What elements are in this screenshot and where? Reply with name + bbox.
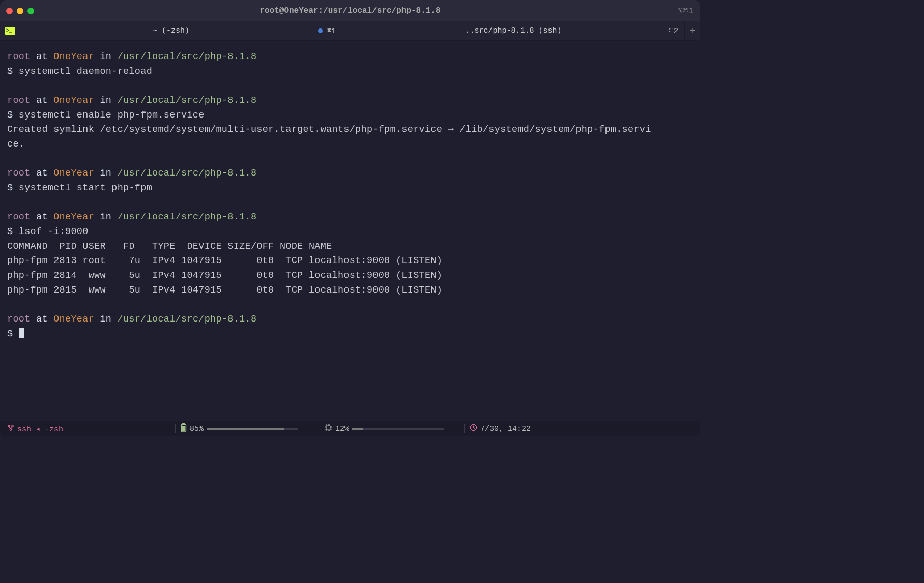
titlebar-shortcut-hint: ⌥⌘1 xyxy=(678,6,694,16)
command-output: Created symlink /etc/systemd/system/mult… xyxy=(7,124,651,150)
status-clock-text: 7/30, 14:22 xyxy=(480,425,531,433)
network-icon xyxy=(7,424,14,434)
prompt-user: root xyxy=(7,212,31,222)
prompt-symbol: $ xyxy=(7,226,19,237)
prompt-in: in xyxy=(94,314,118,325)
prompt-path: /usr/local/src/php-8.1.8 xyxy=(118,212,257,222)
prompt-host: OneYear xyxy=(53,95,94,106)
svg-point-1 xyxy=(12,425,14,427)
status-battery-text: 85% xyxy=(190,425,204,433)
status-clock: 7/30, 14:22 xyxy=(470,424,531,434)
tab-2-label: ..src/php-8.1.8 (ssh) xyxy=(465,26,561,35)
divider xyxy=(319,424,319,433)
window-title: root@OneYear:/usr/local/src/php-8.1.8 xyxy=(259,6,440,15)
status-cpu: 12% xyxy=(324,424,444,434)
prompt-at: at xyxy=(31,212,54,222)
svg-rect-6 xyxy=(326,426,330,430)
status-battery: 85% xyxy=(181,423,298,435)
tab-1-shortcut: ⌘1 xyxy=(327,26,336,36)
tab-1-label: ~ (-zsh) xyxy=(153,26,189,35)
traffic-lights xyxy=(6,8,34,14)
tab-2[interactable]: ..src/php-8.1.8 (ssh) ⌘2 xyxy=(342,21,685,40)
svg-rect-5 xyxy=(182,426,186,431)
divider xyxy=(464,424,465,433)
svg-point-2 xyxy=(10,428,12,430)
command-text: systemctl daemon-reload xyxy=(19,66,152,77)
status-session: ssh ◂ -zsh xyxy=(7,424,63,434)
command-text: lsof -i:9000 xyxy=(19,226,89,237)
prompt-user: root xyxy=(7,314,31,325)
svg-point-0 xyxy=(8,425,10,427)
prompt-path: /usr/local/src/php-8.1.8 xyxy=(118,168,257,179)
prompt-path: /usr/local/src/php-8.1.8 xyxy=(118,51,257,62)
clock-icon xyxy=(470,424,477,434)
divider xyxy=(175,424,176,433)
prompt-host: OneYear xyxy=(53,314,94,325)
activity-dot-icon xyxy=(318,28,323,33)
terminal-icon: >_ xyxy=(5,27,15,35)
prompt-symbol: $ xyxy=(7,329,19,339)
prompt-symbol: $ xyxy=(7,110,19,121)
battery-icon xyxy=(181,423,187,435)
prompt-symbol: $ xyxy=(7,183,19,193)
prompt-symbol: $ xyxy=(7,66,19,77)
add-tab-button[interactable]: + xyxy=(685,21,700,40)
battery-bar xyxy=(207,428,298,430)
prompt-in: in xyxy=(94,168,118,179)
command-text: systemctl enable php-fpm.service xyxy=(19,110,205,121)
prompt-user: root xyxy=(7,95,31,106)
cpu-fill xyxy=(352,428,363,430)
cpu-bar xyxy=(352,428,444,430)
command-text: systemctl start php-fpm xyxy=(19,183,152,193)
prompt-user: root xyxy=(7,168,31,179)
prompt-at: at xyxy=(31,314,54,325)
prompt-in: in xyxy=(94,95,118,106)
zoom-button[interactable] xyxy=(27,8,34,14)
prompt-host: OneYear xyxy=(53,168,94,179)
prompt-in: in xyxy=(94,212,118,222)
prompt-path: /usr/local/src/php-8.1.8 xyxy=(118,314,257,325)
titlebar: root@OneYear:/usr/local/src/php-8.1.8 ⌥⌘… xyxy=(0,0,700,21)
prompt-user: root xyxy=(7,51,31,62)
prompt-host: OneYear xyxy=(53,51,94,62)
statusbar: ssh ◂ -zsh 85% 12% xyxy=(0,421,700,436)
prompt-path: /usr/local/src/php-8.1.8 xyxy=(118,95,257,106)
prompt-host: OneYear xyxy=(53,212,94,222)
svg-rect-4 xyxy=(183,423,185,424)
terminal-output[interactable]: root at OneYear in /usr/local/src/php-8.… xyxy=(0,41,700,351)
minimize-button[interactable] xyxy=(17,8,23,14)
tabbar: >_ ~ (-zsh) ⌘1 ..src/php-8.1.8 (ssh) ⌘2 … xyxy=(0,21,700,41)
tab-1[interactable]: >_ ~ (-zsh) ⌘1 xyxy=(0,21,342,40)
status-session-text: ssh ◂ -zsh xyxy=(17,424,63,434)
prompt-at: at xyxy=(31,51,54,62)
tab-2-shortcut: ⌘2 xyxy=(669,26,678,36)
command-output: COMMAND PID USER FD TYPE DEVICE SIZE/OFF… xyxy=(7,241,442,296)
status-cpu-text: 12% xyxy=(335,425,349,433)
prompt-at: at xyxy=(31,168,54,179)
cpu-icon xyxy=(324,424,332,434)
terminal-block: root at OneYear in /usr/local/src/php-8.… xyxy=(7,50,693,341)
prompt-in: in xyxy=(94,51,118,62)
battery-fill xyxy=(207,428,284,430)
prompt-at: at xyxy=(31,95,54,106)
cursor xyxy=(19,328,24,338)
close-button[interactable] xyxy=(6,8,13,14)
